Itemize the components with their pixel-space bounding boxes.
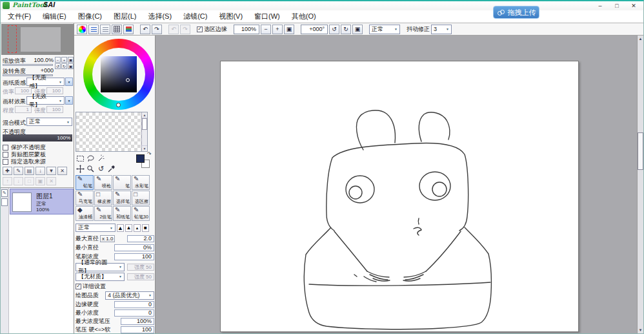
menu-file[interactable]: 文件(F)	[2, 10, 37, 23]
brush-binary-pen[interactable]: ✎2值笔	[94, 206, 112, 221]
brush-eraser[interactable]: □橡皮擦	[94, 191, 112, 205]
color-wheel-tab-button[interactable]	[77, 25, 87, 34]
nav-zoom-slider[interactable]	[3, 64, 53, 66]
canvas-scroll-thumb[interactable]	[638, 132, 643, 170]
scratchpad-scrollbar[interactable]: ▲ ▼	[141, 112, 147, 151]
blend-mode-dropdown[interactable]: 正常	[26, 118, 72, 126]
min-density-slider[interactable]: 0	[114, 309, 154, 317]
history-forward-button[interactable]: ↷	[180, 25, 190, 34]
selection-source-checkbox[interactable]	[3, 159, 8, 165]
copy-layer-button[interactable]: □	[25, 177, 34, 185]
scratchpad-scroll-thumb[interactable]	[142, 118, 147, 130]
paste-layer-button[interactable]: ▣	[35, 177, 45, 185]
brush-bucket[interactable]: ◆油漆桶	[75, 206, 94, 221]
rotate-cw-button[interactable]: ↻	[341, 25, 351, 34]
brush-select-pen[interactable]: ✎选择笔	[113, 191, 131, 205]
material-degree-value[interactable]: 1	[15, 106, 32, 113]
material-effect-dropdown[interactable]: 【无效果】	[26, 96, 65, 105]
scroll-up-icon[interactable]: ▲	[142, 112, 147, 118]
rect-select-tool[interactable]	[75, 154, 85, 163]
layer-row-selected[interactable]: 图层1 正常 100%	[10, 189, 74, 214]
quality-dropdown[interactable]: 4 (品质优先)	[105, 291, 154, 300]
new-layer-button[interactable]: ✚	[3, 167, 12, 175]
preserve-opacity-checkbox[interactable]	[3, 145, 8, 151]
clear-layer-button[interactable]: ✕	[46, 177, 56, 185]
drag-upload-button[interactable]: 拖拽上传	[493, 6, 539, 19]
undo-button[interactable]: ↶	[140, 25, 150, 34]
brush-paper-pen[interactable]: ✎和纸笔	[113, 206, 131, 221]
nav-zoom-in-button[interactable]: +	[61, 57, 67, 63]
brush-pen[interactable]: ✎笔	[113, 175, 131, 190]
diameter-unit-button[interactable]: x 1.0	[100, 235, 115, 242]
nav-zoom-reset-button[interactable]: ▣	[68, 57, 74, 63]
new-layer-set-button[interactable]: ▤	[25, 167, 34, 175]
max-diameter-slider[interactable]: 2.0	[127, 235, 154, 242]
paint-mode-dropdown[interactable]: 正常	[369, 25, 400, 34]
brush-tip-large-button[interactable]: ▲	[117, 224, 124, 232]
rotate-reset-button[interactable]: ▣	[352, 25, 363, 34]
rotate-view-tool[interactable]: ↺	[96, 164, 106, 174]
nav-rotate-cw-button[interactable]: ↻	[61, 63, 67, 69]
brush-marker[interactable]: ✎马克笔	[75, 191, 94, 205]
canvas-scroll-up-icon[interactable]: ▲	[638, 36, 643, 42]
magic-wand-tool[interactable]	[96, 154, 106, 163]
sv-marker[interactable]	[126, 78, 130, 82]
material-effect-expand-button[interactable]	[65, 96, 73, 105]
menu-image[interactable]: 图像(C)	[72, 10, 108, 23]
brush-watercolor[interactable]: ✎水彩笔	[132, 175, 150, 190]
brush-texture-dropdown[interactable]: 【无材质】	[75, 273, 125, 281]
nav-zoom-out-button[interactable]: −	[55, 57, 61, 63]
canvas-vertical-scrollbar[interactable]: ▲ ▼	[637, 36, 643, 333]
paper-texture-dropdown[interactable]: 【无质感】	[26, 78, 65, 86]
redo-button[interactable]: ↷	[152, 25, 162, 34]
canvas-scroll-down-icon[interactable]: ▼	[638, 327, 643, 333]
brush-tip-small-button[interactable]: ▲	[134, 224, 141, 232]
edge-hardness-slider[interactable]: 0	[114, 301, 154, 308]
swap-colors-icon[interactable]: ↷	[147, 151, 152, 157]
transfer-down-button[interactable]: ↓	[35, 167, 45, 175]
color-wheel[interactable]	[83, 39, 154, 110]
zoom-reset-button[interactable]: ▣	[284, 25, 294, 34]
history-back-button[interactable]: ↶	[168, 25, 179, 34]
drawing-canvas[interactable]	[220, 61, 579, 332]
layer-thumbnail[interactable]	[12, 193, 32, 212]
menu-view[interactable]: 视图(V)	[213, 10, 248, 23]
brush-shape-dropdown[interactable]: 【通常的圆形】	[75, 263, 125, 271]
zoom-out-button[interactable]: −	[261, 25, 271, 34]
menu-select[interactable]: 选择(S)	[142, 10, 177, 23]
saturation-value-square[interactable]	[101, 56, 137, 92]
maximize-icon[interactable]: □	[609, 1, 625, 10]
merge-down-button[interactable]: ▼	[46, 167, 56, 175]
menu-filter[interactable]: 滤镜(C)	[177, 10, 213, 23]
scratchpad[interactable]: ▲ ▼	[75, 112, 148, 152]
pressure-slider[interactable]: 100	[121, 326, 154, 333]
eyedropper-tool[interactable]	[106, 164, 116, 174]
swatch-grid-tab-button[interactable]	[112, 25, 122, 34]
gray-bar-tab-button[interactable]	[100, 25, 110, 34]
nav-rotate-ccw-button[interactable]: ↺	[55, 63, 61, 69]
menu-window[interactable]: 窗口(W)	[248, 10, 286, 23]
move-tool[interactable]	[75, 164, 85, 174]
scroll-down-icon[interactable]: ▼	[142, 145, 147, 151]
move-layer-down-button[interactable]: ↓	[14, 177, 23, 185]
rgb-slider-tab-button[interactable]	[123, 25, 134, 34]
brush-pencil[interactable]: ✎铅笔	[75, 175, 94, 190]
density-slider[interactable]: 100	[114, 253, 154, 260]
lasso-tool[interactable]	[86, 154, 96, 163]
menu-others[interactable]: 其他(O)	[286, 10, 322, 23]
delete-layer-button[interactable]: ✕	[57, 167, 67, 175]
nav-rotate-reset-button[interactable]: ▣	[68, 63, 74, 69]
close-icon[interactable]: ✕	[625, 1, 642, 10]
navigator-preview[interactable]	[1, 24, 74, 55]
brush-tip-square-button[interactable]: ■	[142, 224, 149, 232]
clipping-group-checkbox[interactable]	[3, 152, 8, 158]
zoom-field[interactable]: 100%	[234, 25, 259, 34]
zoom-in-button[interactable]: +	[272, 25, 283, 34]
brush-shape-strength[interactable]: 强度 50	[127, 264, 154, 271]
min-diameter-slider[interactable]: 0%	[114, 244, 154, 251]
primary-color-swatch[interactable]	[136, 154, 145, 163]
move-layer-up-button[interactable]: ↑	[3, 177, 12, 185]
rotate-ccw-button[interactable]: ↺	[329, 25, 339, 34]
max-density-pressure-slider[interactable]: 100%	[121, 318, 154, 325]
new-vector-layer-button[interactable]: ✎	[14, 167, 23, 175]
